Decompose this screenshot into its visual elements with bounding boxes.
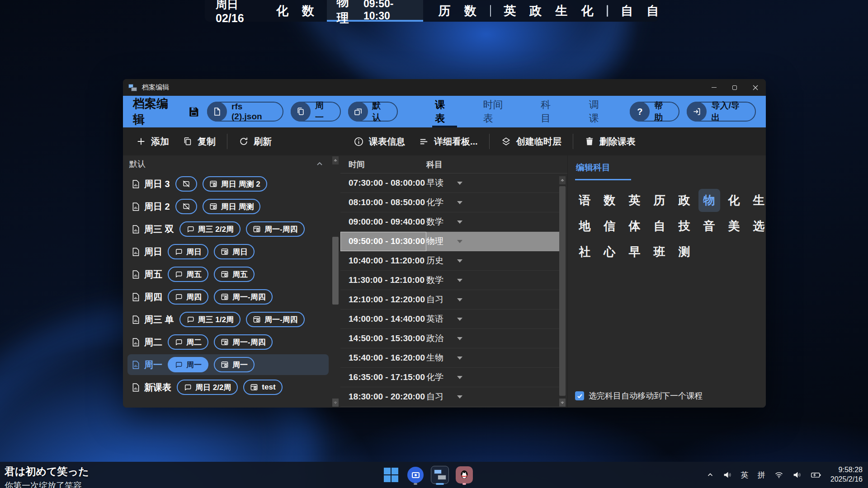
chevron-up-icon[interactable] (316, 160, 323, 168)
subject-option[interactable]: 选 (746, 213, 766, 239)
subject-cell[interactable]: 数学 (426, 216, 443, 228)
subject-cell[interactable]: 数学 (426, 274, 443, 286)
list-item-selected[interactable]: 周一 周一 周一 (127, 354, 329, 375)
timetable-pill[interactable]: 周一-周四 (246, 312, 305, 327)
timetable-pill[interactable]: 周日 周测 (203, 199, 261, 214)
timetable-pill[interactable]: 周日 周测 2 (203, 176, 267, 192)
dropdown-arrow-icon[interactable] (457, 182, 462, 185)
tab-swap[interactable]: 调课 (586, 96, 611, 127)
subject-cell[interactable]: 化学 (426, 371, 443, 383)
hidden-rule-pill[interactable] (175, 199, 197, 214)
taskbar-app-screenshot[interactable] (406, 465, 425, 485)
table-row[interactable]: 12:10:00 - 12:20:00自习 (340, 290, 560, 310)
add-button[interactable]: 添加 (129, 131, 176, 152)
subject-cell[interactable]: 生物 (426, 352, 443, 364)
subject-option[interactable]: 生 (746, 188, 766, 213)
subject-cell[interactable]: 自习 (426, 294, 443, 305)
tray-chevron-up-icon[interactable] (707, 471, 714, 479)
table-row[interactable]: 10:40:00 - 11:20:00历史 (340, 251, 560, 271)
ime-mode-indicator[interactable]: 拼 (758, 470, 765, 480)
list-item[interactable]: 周日 2 周日 周测 (127, 196, 329, 217)
trigger-rule-pill[interactable]: 周三 1/2周 (179, 312, 241, 327)
subject-option[interactable]: 自 (647, 213, 672, 239)
dropdown-arrow-icon[interactable] (457, 259, 462, 263)
delete-schedule-button[interactable]: 删除课表 (578, 131, 642, 152)
table-row[interactable]: 14:50:00 - 15:30:00政治 (340, 329, 560, 348)
table-row[interactable]: 15:40:00 - 16:20:00生物 (340, 348, 560, 368)
table-row[interactable]: 07:30:00 - 08:00:00早读 (340, 174, 560, 193)
list-item[interactable]: 周日 3 周日 周测 2 (127, 174, 329, 194)
dropdown-arrow-icon[interactable] (457, 298, 462, 301)
create-temp-layer-button[interactable]: 创建临时层 (494, 131, 568, 152)
timetable-pill[interactable]: test (243, 380, 282, 395)
start-button[interactable] (382, 465, 400, 485)
dropdown-arrow-icon[interactable] (457, 279, 462, 282)
subject-option[interactable]: 社 (572, 239, 597, 265)
subject-cell[interactable]: 自习 (426, 391, 443, 403)
volume-icon[interactable] (793, 470, 802, 479)
table-row[interactable]: 08:10:00 - 08:50:00化学 (340, 193, 560, 212)
subject-option[interactable]: 语 (572, 188, 597, 213)
battery-charging-icon[interactable] (811, 470, 821, 479)
list-item[interactable]: 周二 周二 周一-周四 (127, 332, 329, 352)
auto-advance-setting[interactable]: 选完科目自动移动到下一个课程 (575, 390, 703, 401)
table-row[interactable]: 11:30:00 - 12:10:00数学 (340, 271, 560, 290)
ime-language-indicator[interactable]: 英 (741, 470, 749, 480)
current-plan-button[interactable]: 周一 (291, 102, 341, 122)
subject-option[interactable]: 信 (597, 213, 622, 239)
edit-subject-tab[interactable]: 编辑科目 (575, 162, 631, 180)
subject-option[interactable]: 测 (672, 239, 697, 265)
detail-board-button[interactable]: 详细看板... (412, 131, 485, 152)
wifi-icon[interactable] (774, 470, 783, 479)
scrollbar-thumb[interactable] (559, 186, 566, 396)
table-scrollbar[interactable] (559, 155, 566, 408)
list-item[interactable]: 新课表 周日 2/2周 test (127, 377, 329, 398)
dropdown-arrow-icon[interactable] (457, 240, 462, 243)
scroll-down-button[interactable] (332, 399, 339, 407)
help-button[interactable]: ? 帮助 (630, 102, 679, 122)
dropdown-arrow-icon[interactable] (457, 318, 462, 321)
schedule-info-button[interactable]: 课表信息 (347, 131, 412, 152)
maximize-button[interactable] (724, 79, 745, 96)
trigger-rule-pill[interactable]: 周五 (168, 267, 208, 282)
trigger-rule-pill[interactable]: 周一 (168, 357, 208, 372)
subject-option[interactable]: 体 (622, 213, 647, 239)
table-row[interactable]: 09:00:00 - 09:40:00数学 (340, 212, 560, 232)
table-row-selected[interactable]: 09:50:00 - 10:30:00物理 (340, 232, 560, 251)
table-row[interactable]: 16:35:00 - 17:15:00化学 (340, 368, 560, 387)
table-row[interactable]: 14:00:00 - 14:40:00英语 (340, 310, 560, 329)
tab-timetable[interactable]: 时间表 (481, 96, 515, 127)
dropdown-arrow-icon[interactable] (457, 221, 462, 224)
scroll-up-button[interactable] (332, 156, 339, 164)
list-item[interactable]: 周三 单 周三 1/2周 周一-周四 (127, 309, 329, 330)
subject-option[interactable]: 班 (647, 239, 672, 265)
timetable-pill[interactable]: 周一-周四 (214, 289, 273, 305)
taskbar-app-schedule-active[interactable] (431, 465, 449, 485)
taskbar-clock[interactable]: 9:58:28 2025/2/16 (830, 465, 863, 484)
list-item[interactable]: 周四 周四 周一-周四 (127, 286, 329, 307)
dropdown-arrow-icon[interactable] (457, 376, 462, 379)
dropdown-arrow-icon[interactable] (457, 357, 462, 360)
subject-cell[interactable]: 历史 (426, 255, 443, 267)
hidden-rule-pill[interactable] (175, 176, 197, 192)
dropdown-arrow-icon[interactable] (457, 337, 462, 340)
timetable-pill[interactable]: 周一-周四 (214, 334, 273, 350)
subject-option[interactable]: 历 (647, 188, 672, 213)
scrollbar-thumb[interactable] (332, 237, 339, 305)
subject-cell[interactable]: 物理 (426, 235, 443, 247)
schedule-group-header[interactable]: 默认 (123, 155, 340, 173)
close-button[interactable] (745, 79, 766, 96)
list-scrollbar[interactable] (332, 155, 339, 408)
subject-option[interactable]: 英 (622, 188, 647, 213)
trigger-rule-pill[interactable]: 周日 (168, 244, 208, 259)
taskbar-app-qq[interactable] (455, 465, 473, 485)
current-layer-button[interactable]: 默认 (348, 102, 398, 122)
subject-option[interactable]: 心 (597, 239, 622, 265)
subject-cell[interactable]: 英语 (426, 313, 443, 325)
subject-cell[interactable]: 政治 (426, 333, 443, 344)
scroll-down-button[interactable] (559, 399, 566, 407)
trigger-rule-pill[interactable]: 周四 (168, 289, 208, 305)
save-icon[interactable] (188, 106, 200, 117)
subject-option-selected[interactable]: 物 (697, 188, 722, 213)
timetable-pill[interactable]: 周一 (214, 357, 255, 372)
